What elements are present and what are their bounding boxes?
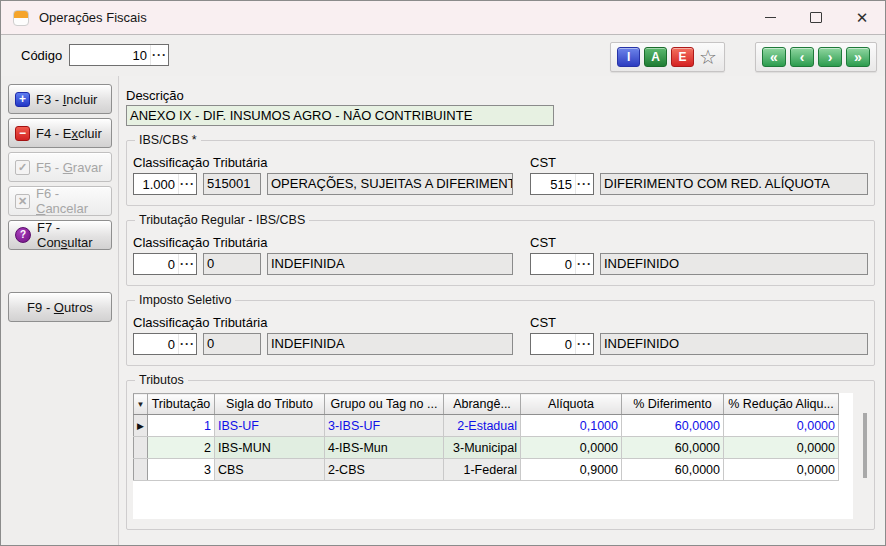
first-record-button[interactable]: « [762, 47, 786, 67]
button-label: F5 - Gravar [36, 160, 102, 175]
descricao-field[interactable]: ANEXO IX - DIF. INSUMOS AGRO - NÃO CONTR… [126, 105, 554, 126]
cst-input[interactable]: 0 ··· [530, 333, 594, 355]
cell[interactable]: 60,0000 [622, 459, 724, 481]
cell[interactable]: 2 [148, 437, 215, 459]
classificacao-input[interactable]: 0 ··· [133, 253, 197, 275]
classificacao-lookup-button[interactable]: ··· [178, 174, 196, 194]
last-record-button[interactable]: » [846, 47, 870, 67]
codigo-input[interactable]: 10 ··· [69, 44, 169, 66]
iae-toolbar-panel: I A E ☆ [610, 42, 725, 72]
codigo-lookup-button[interactable]: ··· [150, 45, 168, 65]
cell[interactable]: 2-CBS [325, 459, 444, 481]
classificacao-value[interactable]: 0 [134, 334, 178, 354]
column-header[interactable]: % Redução Aliqu... [724, 394, 839, 415]
maximize-icon [810, 12, 822, 23]
cst-input[interactable]: 515 ··· [530, 173, 594, 195]
button-label: F7 - Consultar [37, 220, 111, 250]
cell[interactable]: IBS-MUN [215, 437, 325, 459]
cell[interactable]: 4-IBS-Mun [325, 437, 444, 459]
button-label: F6 - Cancelar [36, 186, 111, 216]
prev-record-button[interactable]: ‹ [790, 47, 814, 67]
app-icon [13, 10, 29, 26]
cell[interactable]: 3-IBS-UF [325, 415, 444, 437]
cell[interactable]: 3 [148, 459, 215, 481]
codigo-value[interactable]: 10 [70, 45, 150, 65]
cst-value[interactable]: 515 [531, 174, 575, 194]
cell[interactable]: IBS-UF [215, 415, 325, 437]
plus-icon: + [15, 92, 30, 107]
row-indicator [134, 459, 148, 481]
button-label: F3 - Incluir [36, 92, 97, 107]
descricao-label: Descrição [126, 88, 885, 103]
cell[interactable]: 1 [148, 415, 215, 437]
current-row-marker-icon: ▶ [134, 415, 148, 437]
cst-lookup-button[interactable]: ··· [575, 174, 593, 194]
cell[interactable]: 60,0000 [622, 437, 724, 459]
table-row[interactable]: 3CBS2-CBS1-Federal0,900060,00000,0000 [134, 459, 839, 481]
f4-excluir-button[interactable]: − F4 - Excluir [8, 118, 112, 148]
cell[interactable]: 0,0000 [724, 459, 839, 481]
codigo-label: Código [21, 48, 62, 63]
classificacao-descricao: INDEFINIDA [267, 253, 513, 275]
cell[interactable]: 3-Municipal [444, 437, 521, 459]
cell[interactable]: 0,0000 [724, 437, 839, 459]
column-header[interactable]: Tributação [148, 394, 215, 415]
cst-value[interactable]: 0 [531, 334, 575, 354]
group-tributacao-regular: Tributação Regular - IBS/CBS Classificaç… [126, 220, 875, 286]
table-row[interactable]: ▶1IBS-UF3-IBS-UF2-Estadual0,100060,00000… [134, 415, 839, 437]
row-indicator [134, 437, 148, 459]
f5-gravar-button: ✓ F5 - Gravar [8, 152, 112, 182]
minimize-button[interactable] [747, 1, 793, 34]
classificacao-value[interactable]: 1.000 [134, 174, 178, 194]
f9-outros-button[interactable]: F9 - Outros [8, 292, 112, 322]
classificacao-codigo: 0 [203, 333, 261, 355]
cell[interactable]: 0,0000 [724, 415, 839, 437]
classificacao-input[interactable]: 0 ··· [133, 333, 197, 355]
cell[interactable]: 2-Estadual [444, 415, 521, 437]
record-nav-panel: « ‹ › » [755, 42, 877, 72]
column-header[interactable]: Abrangê... [444, 394, 521, 415]
minus-icon: − [15, 126, 30, 141]
table-row[interactable]: 2IBS-MUN4-IBS-Mun3-Municipal0,000060,000… [134, 437, 839, 459]
cell[interactable]: 0,9000 [521, 459, 622, 481]
cst-value[interactable]: 0 [531, 254, 575, 274]
toolbar: Código 10 ··· I A E ☆ « ‹ › » [1, 35, 885, 77]
column-header[interactable]: Sigla do Tributo [215, 394, 325, 415]
column-header[interactable]: Alíquota [521, 394, 622, 415]
cell[interactable]: 1-Federal [444, 459, 521, 481]
cst-lookup-button[interactable]: ··· [575, 254, 593, 274]
close-icon: ✕ [856, 10, 869, 25]
filter-icon[interactable]: ▼ [134, 394, 148, 415]
cell[interactable]: 0,0000 [521, 437, 622, 459]
x-icon: ✕ [15, 194, 30, 209]
f7-consultar-button[interactable]: ? F7 - Consultar [8, 220, 112, 250]
grid-header-row: ▼ Tributação Sigla do Tributo Grupo ou T… [134, 394, 839, 415]
vertical-scrollbar[interactable] [863, 413, 867, 478]
cell[interactable]: 0,1000 [521, 415, 622, 437]
close-button[interactable]: ✕ [839, 1, 885, 34]
classificacao-lookup-button[interactable]: ··· [178, 254, 196, 274]
next-record-button[interactable]: › [818, 47, 842, 67]
a-button[interactable]: A [644, 47, 667, 67]
column-header[interactable]: Grupo ou Tag no ... [325, 394, 444, 415]
cst-lookup-button[interactable]: ··· [575, 334, 593, 354]
star-icon[interactable]: ☆ [699, 47, 717, 67]
cst-input[interactable]: 0 ··· [530, 253, 594, 275]
body: + F3 - Incluir − F4 - Excluir ✓ F5 - Gra… [1, 76, 885, 545]
classificacao-value[interactable]: 0 [134, 254, 178, 274]
column-header[interactable]: % Diferimento [622, 394, 724, 415]
classificacao-lookup-button[interactable]: ··· [178, 334, 196, 354]
classificacao-codigo: 0 [203, 253, 261, 275]
tributos-body: ▶1IBS-UF3-IBS-UF2-Estadual0,100060,00000… [134, 415, 839, 481]
maximize-button[interactable] [793, 1, 839, 34]
group-title: Tributos [135, 373, 188, 387]
i-button[interactable]: I [617, 47, 640, 67]
cell[interactable]: 60,0000 [622, 415, 724, 437]
f3-incluir-button[interactable]: + F3 - Incluir [8, 84, 112, 114]
classificacao-input[interactable]: 1.000 ··· [133, 173, 197, 195]
titlebar: Operações Fiscais ✕ [1, 1, 885, 35]
cell[interactable]: CBS [215, 459, 325, 481]
e-button[interactable]: E [671, 47, 694, 67]
sidebar: + F3 - Incluir − F4 - Excluir ✓ F5 - Gra… [1, 76, 119, 545]
group-title: Imposto Seletivo [135, 293, 235, 307]
